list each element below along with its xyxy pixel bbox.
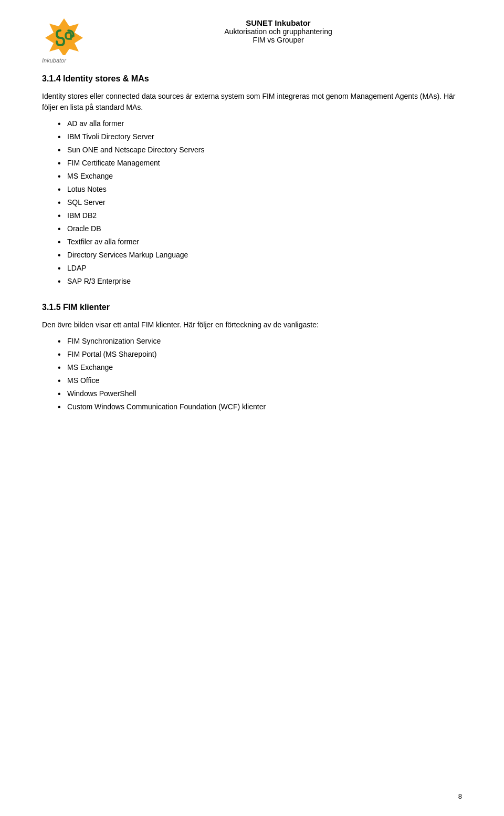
inkubator-logo (42, 16, 87, 55)
section-314-intro: Identity stores eller connected data sou… (42, 91, 462, 113)
list-item: Oracle DB (58, 223, 462, 234)
list-item: Textfiler av alla former (58, 236, 462, 247)
header: Inkubator SUNET Inkubator Auktorisation … (42, 16, 462, 64)
list-item: Sun ONE and Netscape Directory Servers (58, 144, 462, 156)
section-314-list: AD av alla formerIBM Tivoli Directory Se… (58, 118, 462, 287)
list-item: Windows PowerShell (58, 388, 462, 399)
list-item: LDAP (58, 263, 462, 274)
section-315-heading: 3.1.5 FIM klienter (42, 303, 462, 312)
list-item: Custom Windows Communication Foundation … (58, 401, 462, 412)
logo-area: Inkubator (42, 16, 94, 64)
list-item: MS Exchange (58, 362, 462, 373)
list-item: IBM Tivoli Directory Server (58, 131, 462, 142)
list-item: Lotus Notes (58, 184, 462, 195)
section-315: 3.1.5 FIM klienter Den övre bilden visar… (42, 303, 462, 412)
list-item: Directory Services Markup Language (58, 250, 462, 261)
list-item: SQL Server (58, 197, 462, 208)
page: Inkubator SUNET Inkubator Auktorisation … (0, 0, 504, 816)
section-315-list: FIM Synchronization ServiceFIM Portal (M… (58, 336, 462, 412)
list-item: FIM Synchronization Service (58, 336, 462, 347)
list-item: MS Office (58, 375, 462, 386)
list-item: FIM Certificate Management (58, 158, 462, 169)
header-title-line2: Auktorisation och grupphantering (94, 27, 462, 36)
header-title-line3: FIM vs Grouper (94, 36, 462, 44)
logo-label: Inkubator (42, 57, 66, 64)
list-item: AD av alla former (58, 118, 462, 129)
svg-marker-0 (45, 18, 83, 55)
list-item: SAP R/3 Enterprise (58, 276, 462, 287)
section-314-heading: 3.1.4 Identity stores & MAs (42, 74, 462, 84)
page-number: 8 (458, 792, 462, 800)
header-title-area: SUNET Inkubator Auktorisation och grupph… (94, 16, 462, 44)
list-item: MS Exchange (58, 171, 462, 182)
header-title-line1: SUNET Inkubator (94, 18, 462, 27)
section-314: 3.1.4 Identity stores & MAs Identity sto… (42, 74, 462, 287)
list-item: FIM Portal (MS Sharepoint) (58, 349, 462, 360)
section-315-intro: Den övre bilden visar ett antal FIM klie… (42, 319, 462, 330)
list-item: IBM DB2 (58, 210, 462, 221)
